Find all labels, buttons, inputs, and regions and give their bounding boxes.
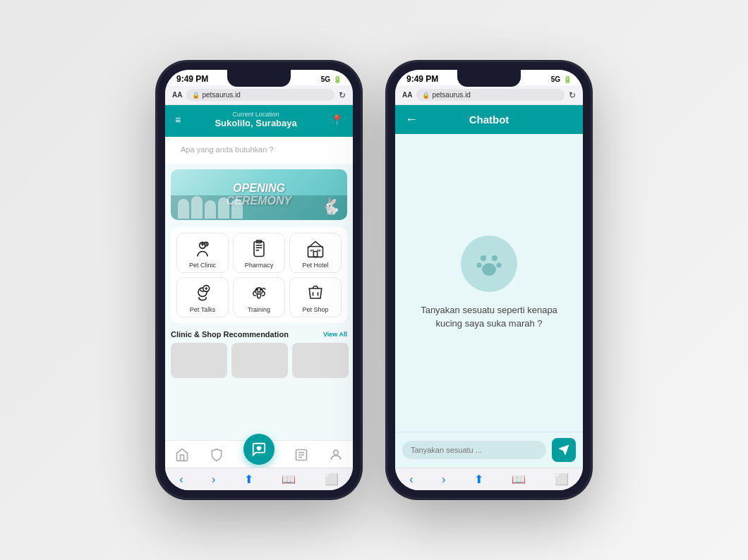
battery-right: 🔋 — [563, 75, 572, 83]
location-pin-icon[interactable]: 📍 — [331, 114, 343, 126]
safari-bottom-right: ‹ › ⬆ 📖 ⬜ — [395, 468, 583, 490]
url-text-left: petsaurus.id — [202, 91, 240, 99]
service-pet-shop[interactable]: Pet Shop — [289, 277, 342, 317]
share-btn-right[interactable]: ⬆ — [474, 473, 483, 486]
app-header-left: ≡ Current Location Sukolilo, Surabaya 📍 — [165, 105, 353, 137]
bottom-nav-left — [165, 440, 353, 468]
services-grid: Pet Clinic Pharmacy — [171, 227, 347, 323]
lock-icon-left: 🔒 — [192, 92, 200, 99]
search-placeholder: Apa yang anda butuhkan ? — [181, 145, 274, 154]
phone-content-right: ← Chatbot — [395, 105, 583, 490]
service-label-pharmacy: Pharmacy — [245, 262, 274, 269]
svg-point-20 — [257, 289, 258, 291]
status-icons-right: 5G 🔋 — [551, 75, 572, 83]
services-row-1: Pet Clinic Pharmacy — [176, 233, 342, 273]
phone-right: 9:49 PM 5G 🔋 AA 🔒 petsaurus.id ↻ ← — [387, 61, 591, 499]
chatbot-back-button[interactable]: ← — [405, 112, 418, 127]
service-label-pet-talks: Pet Talks — [190, 306, 215, 313]
url-text-right: petsaurus.id — [432, 91, 470, 99]
bookmarks-btn-left[interactable]: 📖 — [282, 473, 296, 486]
rec-card-3[interactable] — [292, 343, 349, 378]
back-btn-right[interactable]: ‹ — [409, 473, 413, 486]
browser-bar-left: AA 🔒 petsaurus.id ↻ — [165, 85, 353, 105]
refresh-icon-right[interactable]: ↻ — [569, 90, 576, 100]
chatbot-input-area — [395, 432, 583, 468]
tabs-btn-left[interactable]: ⬜ — [325, 473, 339, 486]
svg-point-30 — [481, 255, 486, 261]
menu-icon[interactable]: ≡ — [175, 114, 181, 126]
lock-icon-right: 🔒 — [422, 92, 430, 99]
rec-cards — [171, 343, 347, 378]
url-bar-right[interactable]: 🔒 petsaurus.id — [416, 89, 565, 101]
svg-point-34 — [482, 263, 496, 276]
location-label: Current Location — [215, 111, 296, 118]
svg-point-29 — [333, 450, 338, 455]
nav-orders[interactable] — [294, 448, 308, 462]
back-btn-left[interactable]: ‹ — [179, 473, 183, 486]
svg-rect-10 — [313, 252, 317, 257]
phone-left: 9:49 PM 5G 🔋 AA 🔒 petsaurus.id ↻ — [157, 61, 361, 499]
services-row-2: Pet Talks — [176, 277, 342, 317]
chatbot-send-button[interactable] — [552, 438, 576, 462]
chatbot-input-field[interactable] — [402, 441, 546, 459]
bookmarks-btn-right[interactable]: 📖 — [512, 473, 526, 486]
service-label-pet-clinic: Pet Clinic — [189, 262, 216, 269]
svg-point-21 — [260, 289, 262, 291]
safari-bottom-left: ‹ › ⬆ 📖 ⬜ — [165, 468, 353, 490]
signal-left: 5G — [321, 75, 330, 83]
nav-center-chatbot[interactable] — [243, 434, 275, 465]
nav-home[interactable] — [175, 448, 189, 462]
browser-aa-right: AA — [402, 91, 412, 99]
browser-bar-right: AA 🔒 petsaurus.id ↻ — [395, 85, 583, 105]
svg-rect-4 — [254, 242, 264, 257]
service-label-pet-hotel: Pet Hotel — [302, 262, 328, 269]
nav-profile[interactable] — [329, 448, 343, 462]
signal-right: 5G — [551, 75, 560, 83]
service-pharmacy[interactable]: Pharmacy — [233, 233, 285, 273]
forward-btn-right[interactable]: › — [442, 473, 445, 486]
nav-medical[interactable] — [210, 448, 224, 462]
chatbot-body: Tanyakan sesuatu seperti kenapa kucing s… — [395, 134, 583, 432]
search-bar[interactable]: Apa yang anda butuhkan ? — [172, 141, 346, 158]
chatbot-prompt-text: Tanyakan sesuatu seperti kenapa kucing s… — [409, 303, 569, 331]
paw-icon-circle — [461, 236, 517, 292]
service-training[interactable]: Training — [233, 277, 285, 317]
forward-btn-left[interactable]: › — [212, 473, 215, 486]
notch-left — [227, 70, 291, 87]
recommendation-section: Clinic & Shop Recommendation View All — [171, 330, 347, 339]
rec-title: Clinic & Shop Recommendation — [171, 330, 289, 339]
service-pet-clinic[interactable]: Pet Clinic — [176, 233, 229, 273]
svg-point-32 — [477, 262, 482, 267]
promo-banner[interactable]: OPENING CEREMONY 🐇 — [171, 169, 347, 220]
time-right: 9:49 PM — [406, 74, 438, 84]
svg-marker-36 — [559, 445, 568, 454]
share-btn-left[interactable]: ⬆ — [244, 473, 253, 486]
phone-content-left: ≡ Current Location Sukolilo, Surabaya 📍 … — [165, 105, 353, 490]
svg-point-31 — [492, 255, 497, 261]
rec-card-2[interactable] — [231, 343, 288, 378]
view-all-link[interactable]: View All — [323, 331, 347, 338]
notch-right — [457, 70, 521, 87]
tabs-btn-right[interactable]: ⬜ — [555, 473, 569, 486]
service-pet-hotel[interactable]: Pet Hotel — [289, 233, 342, 273]
location-info: Current Location Sukolilo, Surabaya — [215, 111, 296, 128]
city-name: Sukolilo, Surabaya — [215, 118, 296, 128]
svg-point-33 — [497, 262, 502, 267]
scroll-content[interactable]: OPENING CEREMONY 🐇 — [165, 164, 353, 440]
service-pet-talks[interactable]: Pet Talks — [176, 277, 229, 317]
svg-point-24 — [258, 447, 260, 450]
status-icons-left: 5G 🔋 — [321, 75, 342, 83]
rec-card-1[interactable] — [171, 343, 227, 378]
time-left: 9:49 PM — [176, 74, 208, 84]
browser-aa-left: AA — [172, 91, 182, 99]
refresh-icon-left[interactable]: ↻ — [339, 90, 346, 100]
phones-container: 9:49 PM 5G 🔋 AA 🔒 petsaurus.id ↻ — [157, 61, 591, 499]
url-bar-left[interactable]: 🔒 petsaurus.id — [186, 89, 334, 101]
chatbot-header: ← Chatbot — [395, 105, 583, 134]
service-label-training: Training — [248, 306, 270, 313]
service-label-pet-shop: Pet Shop — [302, 306, 328, 313]
chatbot-title: Chatbot — [425, 114, 553, 126]
battery-left: 🔋 — [333, 75, 342, 83]
